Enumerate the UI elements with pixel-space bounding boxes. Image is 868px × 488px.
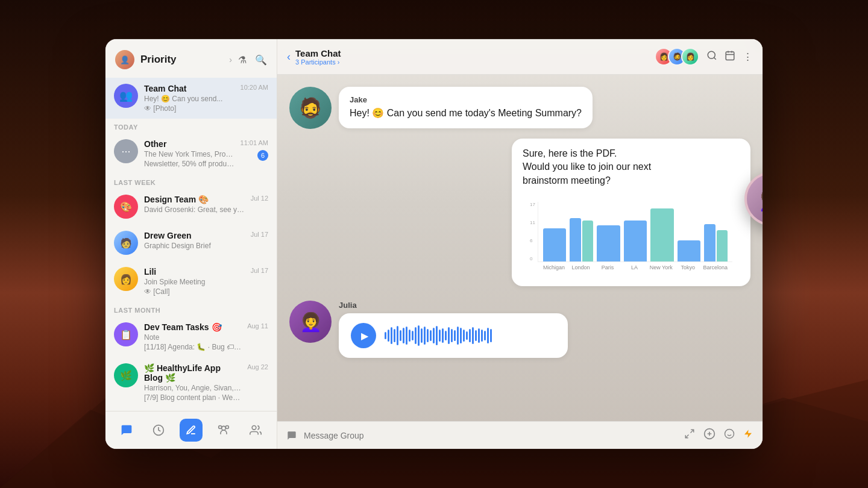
wave-bar-23	[451, 329, 453, 342]
lili-name: Lili	[144, 267, 245, 277]
section-today: TODAY	[105, 119, 277, 133]
team-chat-preview2: 👁 [Photo]	[144, 104, 234, 113]
x-label-newyork: New York	[650, 264, 673, 271]
chat-participants[interactable]: 3 Participants ›	[295, 58, 341, 66]
jake-bubble: Jake Hey! 😊 Can you send me today's Meet…	[339, 87, 593, 128]
filter-icon[interactable]: ⚗	[238, 54, 247, 66]
chart-inner: Michigan London Paris LA New York Tokyo …	[538, 202, 732, 271]
other-preview2: Newsletter, 50% off products	[144, 160, 234, 168]
lightning-icon[interactable]	[743, 429, 753, 442]
wave-bar-4	[394, 329, 395, 342]
conv-item-other[interactable]: ··· Other The New York Times, Protein Sa…	[105, 133, 277, 174]
nav-clock[interactable]	[148, 419, 169, 441]
other-preview: The New York Times, Protein Sale,	[144, 150, 234, 158]
calendar-action[interactable]	[725, 50, 735, 64]
bar-barcelona-blue	[704, 224, 715, 261]
nav-groups[interactable]	[213, 419, 234, 441]
nav-contacts[interactable]	[245, 419, 266, 441]
healthylife-name: 🌿 HealthyLife App Blog 🌿	[144, 363, 241, 383]
wave-bar-20	[442, 328, 444, 343]
drew-green-name: Drew Green	[144, 231, 245, 240]
bar-london-teal	[582, 221, 593, 261]
chat-title: Team Chat	[295, 48, 341, 58]
user-avatar: 👤	[115, 50, 134, 69]
design-team-time: Jul 12	[251, 195, 268, 202]
expand-icon[interactable]	[684, 428, 695, 442]
svg-point-3	[222, 426, 226, 430]
lili-content: Lili Join Spike Meeting 👁 [Call]	[144, 267, 245, 296]
conv-item-drew-green[interactable]: 🧑 Drew Green Graphic Design Brief Jul 17	[105, 225, 277, 261]
y-label-0: 0	[530, 256, 535, 261]
conv-item-dev-team[interactable]: 📋 Dev Team Tasks 🎯 Note [11/18] Agenda: …	[105, 316, 277, 357]
lili-avatar: 👩	[114, 267, 138, 291]
svg-point-5	[219, 426, 222, 429]
x-label-michigan: Michigan	[542, 264, 565, 271]
nav-compose[interactable]	[180, 419, 203, 442]
julia-avatar: 👩‍🦱	[289, 301, 332, 343]
sidebar: 👤 Priority › ⚗ 🔍 👥 Team Chat	[105, 39, 277, 449]
chat-messages: 🧔 Jake Hey! 😊 Can you send me today's Me…	[277, 75, 763, 421]
emoji-icon[interactable]	[724, 428, 735, 442]
wave-bar-22	[448, 327, 450, 344]
reply-text: Sure, here is the PDF.Would you like to …	[523, 147, 740, 187]
svg-line-13	[691, 430, 694, 433]
dev-team-name: Dev Team Tasks 🎯	[144, 322, 241, 332]
reply-bubble: Sure, here is the PDF.Would you like to …	[512, 139, 750, 286]
bar-newyork-teal	[650, 208, 674, 261]
conv-item-jake-ford[interactable]: 🧔 Jake Ford 👁 🙌 Aug 28	[105, 408, 277, 411]
add-icon[interactable]	[703, 428, 715, 443]
wave-bar-3	[391, 327, 392, 344]
julia-bubble-wrapper: Julia ▶	[339, 301, 568, 358]
back-button[interactable]: ‹	[287, 51, 291, 63]
wave-bar-11	[415, 327, 417, 344]
design-team-content: Design Team 🎨 David Grosenki: Great, see…	[144, 195, 245, 214]
conv-item-healthylife[interactable]: 🌿 🌿 HealthyLife App Blog 🌿 Harrison, You…	[105, 357, 277, 408]
team-chat-time: 10:20 AM	[241, 84, 268, 91]
wave-bar-24	[454, 330, 456, 341]
other-content: Other The New York Times, Protein Sale, …	[144, 139, 234, 168]
healthylife-preview: Harrison, You, Angie, Sivan, Drew...	[144, 384, 241, 392]
audio-play-button[interactable]: ▶	[351, 323, 376, 348]
reply-message-row: Sure, here is the PDF.Would you like to …	[289, 139, 750, 286]
bar-group-tokyo	[678, 240, 701, 261]
svg-point-6	[253, 426, 257, 430]
wave-bar-13	[421, 328, 423, 343]
wave-bar-1	[385, 332, 386, 339]
wave-bar-16	[430, 330, 432, 341]
y-label-11: 11	[530, 220, 535, 225]
wave-bar-26	[460, 328, 462, 343]
more-action[interactable]: ⋮	[743, 51, 753, 63]
conv-item-lili[interactable]: 👩 Lili Join Spike Meeting 👁 [Call] Jul 1…	[105, 261, 277, 302]
conversation-list: 👥 Team Chat Hey! 😊 Can you send... 👁 [Ph…	[105, 78, 277, 411]
y-label-6: 6	[530, 238, 535, 243]
other-avatar: ···	[114, 139, 138, 163]
nav-chat[interactable]	[116, 419, 137, 441]
jake-avatar: 🧔	[289, 87, 332, 129]
message-input[interactable]	[304, 431, 677, 440]
wave-bar-31	[475, 330, 477, 341]
sidebar-title: Priority	[140, 54, 223, 66]
section-last-month: LAST MONTH	[105, 302, 277, 316]
julia-message-row: 👩‍🦱 Julia ▶	[289, 301, 750, 358]
search-action[interactable]	[706, 50, 717, 64]
chart-container: 17 11 6 0	[523, 195, 740, 278]
svg-point-7	[708, 51, 715, 58]
drew-green-avatar: 🧑	[114, 231, 138, 255]
design-team-avatar: 🎨	[114, 195, 138, 219]
team-chat-name: Team Chat	[144, 84, 234, 93]
x-label-barcelona: Barcelona	[703, 264, 728, 271]
bar-tokyo-blue	[678, 240, 701, 261]
conv-item-design-team[interactable]: 🎨 Design Team 🎨 David Grosenki: Great, s…	[105, 189, 277, 225]
drew-green-content: Drew Green Graphic Design Brief	[144, 231, 245, 250]
wave-bar-35	[487, 328, 489, 343]
conv-item-team-chat[interactable]: 👥 Team Chat Hey! 😊 Can you send... 👁 [Ph…	[105, 78, 277, 119]
sidebar-nav	[105, 411, 277, 449]
svg-line-14	[685, 435, 688, 438]
chart-x-labels: Michigan London Paris LA New York Tokyo …	[538, 262, 732, 271]
wave-bar-10	[412, 331, 414, 340]
priority-chevron: ›	[229, 55, 232, 64]
search-icon[interactable]: 🔍	[255, 54, 267, 66]
bar-group-london	[570, 218, 593, 261]
other-name: Other	[144, 139, 234, 149]
x-label-paris: Paris	[596, 264, 619, 271]
